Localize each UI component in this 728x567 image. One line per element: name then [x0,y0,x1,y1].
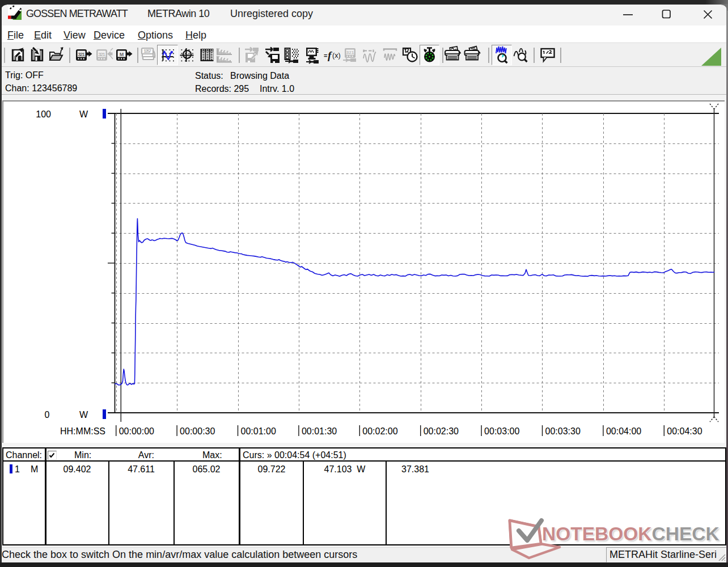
svg-text:W: W [79,109,88,119]
svg-text:W: W [79,410,88,420]
svg-text:00:02:30: 00:02:30 [424,426,459,436]
svg-text:00:01:00: 00:01:00 [241,426,276,436]
svg-text:M: M [120,52,124,57]
svg-text:1257: 1257 [143,48,151,54]
svg-text:00:03:30: 00:03:30 [545,426,581,436]
svg-text:00:03:00: 00:03:00 [484,426,519,436]
svg-text:00:01:30: 00:01:30 [302,426,337,436]
svg-text:HH:MM:SS: HH:MM:SS [60,426,105,436]
svg-text:f: f [328,49,332,61]
svg-text:=: = [324,52,327,59]
svg-text:00:04:30: 00:04:30 [667,426,702,436]
svg-text:321: 321 [98,52,105,57]
svg-text:321: 321 [78,52,85,57]
svg-text:00:00:00: 00:00:00 [119,426,154,436]
svg-text:00:02:00: 00:02:00 [362,426,397,436]
svg-text:(x): (x) [332,52,341,60]
svg-text:100: 100 [36,109,51,119]
svg-text:00:04:00: 00:04:00 [606,426,641,436]
svg-text:321: 321 [346,50,354,55]
svg-text:00:00:30: 00:00:30 [180,426,215,436]
svg-text:0: 0 [45,410,50,420]
